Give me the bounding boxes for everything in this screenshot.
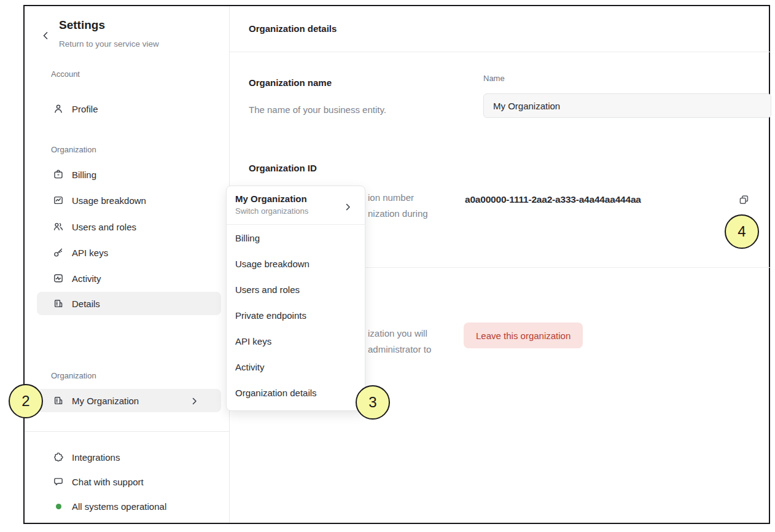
billing-icon <box>53 169 64 180</box>
sidebar-item-users-and-roles[interactable]: Users and roles <box>37 215 221 238</box>
sidebar-item-chat-support[interactable]: Chat with support <box>37 470 221 493</box>
page-title: Organization details <box>249 23 337 34</box>
copy-icon <box>738 194 750 206</box>
org-id-description-fragment-2: nization during <box>368 208 428 219</box>
menu-org-title: My Organization <box>235 194 356 204</box>
name-field-label: Name <box>483 74 505 83</box>
sidebar-item-label: Details <box>72 299 100 309</box>
leave-description-fragment-1: ization you will <box>368 328 427 338</box>
settings-title: Settings <box>59 18 105 32</box>
sidebar-item-label: Integrations <box>72 452 120 463</box>
sidebar-item-billing[interactable]: Billing <box>37 163 221 186</box>
sidebar-item-label: Activity <box>72 273 101 284</box>
settings-sidebar: Settings Return to your service view Acc… <box>25 6 229 523</box>
sidebar-item-label: Billing <box>72 170 96 180</box>
sidebar-item-label: Users and roles <box>72 222 136 232</box>
app-window: Settings Return to your service view Acc… <box>23 5 770 524</box>
sidebar-item-usage-breakdown[interactable]: Usage breakdown <box>37 189 221 212</box>
chat-bubble-icon <box>53 476 64 487</box>
menu-item-api-keys[interactable]: API keys <box>227 328 365 354</box>
sidebar-item-label: Chat with support <box>72 477 144 487</box>
annotation-badge-4: 4 <box>725 214 759 249</box>
organization-id-value: a0a00000-1111-2aa2-a333-a4a44aa444aa <box>465 194 641 205</box>
menu-item-switch-organizations[interactable]: My Organization Switch organizations <box>227 186 365 222</box>
chevron-right-icon <box>192 396 198 407</box>
chevron-right-icon <box>345 202 351 213</box>
header-divider <box>229 52 771 52</box>
sidebar-item-label: API keys <box>72 248 108 258</box>
org-name-section-title: Organization name <box>249 77 332 88</box>
back-button[interactable] <box>39 29 52 42</box>
sidebar-item-details[interactable]: Details <box>37 292 221 315</box>
sidebar-item-label: All systems operational <box>72 501 166 512</box>
organization-name-input[interactable] <box>483 93 771 118</box>
menu-item-usage-breakdown[interactable]: Usage breakdown <box>227 251 365 276</box>
person-icon <box>53 103 64 114</box>
puzzle-icon <box>53 452 64 463</box>
leave-organization-button[interactable]: Leave this organization <box>464 323 583 348</box>
annotation-badge-2: 2 <box>9 384 43 418</box>
sidebar-item-my-organization[interactable]: My Organization <box>37 389 221 412</box>
key-icon <box>53 247 64 258</box>
users-icon <box>53 221 64 232</box>
org-id-description-fragment-1: ion number <box>368 192 414 203</box>
annotation-badge-3: 3 <box>356 385 390 420</box>
org-id-section-title: Organization ID <box>249 163 317 173</box>
menu-item-activity[interactable]: Activity <box>227 354 365 380</box>
copy-org-id-button[interactable] <box>737 193 750 206</box>
org-name-section-description: The name of your business entity. <box>249 104 386 115</box>
menu-item-organization-details[interactable]: Organization details <box>227 380 365 405</box>
sidebar-item-profile[interactable]: Profile <box>37 97 221 120</box>
sidebar-item-integrations[interactable]: Integrations <box>37 445 221 469</box>
account-section-label: Account <box>51 69 80 79</box>
menu-item-billing[interactable]: Billing <box>227 225 365 251</box>
menu-org-subtitle: Switch organizations <box>235 206 356 216</box>
activity-pulse-icon <box>53 273 64 284</box>
sidebar-item-label: My Organization <box>72 396 139 406</box>
status-dot-icon <box>53 501 64 512</box>
organization-section-label: Organization <box>51 145 96 154</box>
menu-item-private-endpoints[interactable]: Private endpoints <box>227 302 365 328</box>
sidebar-item-activity[interactable]: Activity <box>37 267 221 290</box>
building-icon <box>53 298 64 309</box>
sidebar-item-api-keys[interactable]: API keys <box>37 241 221 264</box>
organization-switcher-label: Organization <box>51 371 96 380</box>
leave-description-fragment-2: administrator to <box>368 344 431 354</box>
sidebar-item-label: Usage breakdown <box>72 195 146 206</box>
sidebar-item-system-status[interactable]: All systems operational <box>37 495 221 518</box>
sidebar-item-label: Profile <box>72 104 98 114</box>
usage-chart-icon <box>53 195 64 206</box>
building-icon <box>53 395 64 406</box>
menu-item-users-and-roles[interactable]: Users and roles <box>227 276 365 302</box>
organization-dropdown-menu: My Organization Switch organizations Bil… <box>226 186 365 411</box>
settings-subtitle: Return to your service view <box>59 39 159 49</box>
chevron-left-icon <box>42 31 49 40</box>
sidebar-footer-divider <box>25 431 229 432</box>
